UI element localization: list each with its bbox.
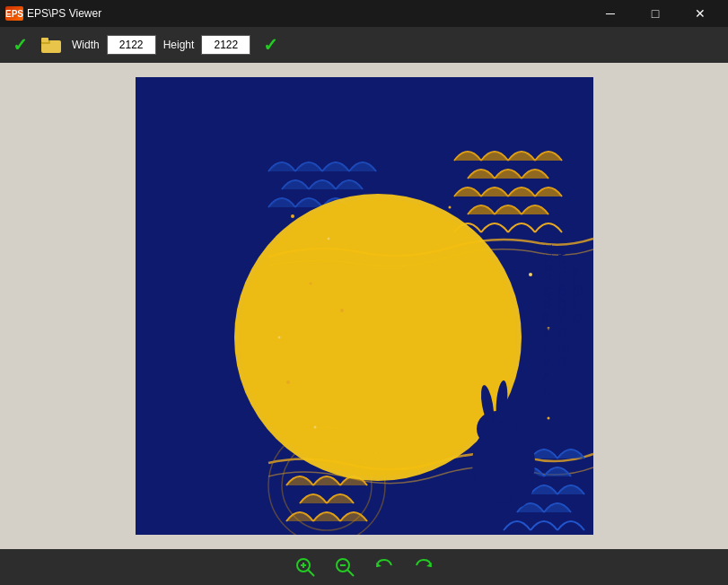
svg-text:M: M [557, 341, 569, 354]
svg-point-9 [309, 283, 311, 285]
zoom-out-icon [334, 556, 355, 578]
check-left-icon: ✓ [13, 34, 28, 56]
app-icon: EPS [7, 6, 22, 21]
height-input[interactable] [201, 35, 250, 55]
minimize-button[interactable]: ─ [590, 0, 631, 27]
height-label: Height [163, 39, 195, 51]
svg-text:F: F [542, 284, 550, 297]
check-right-button[interactable]: ✓ [258, 32, 283, 57]
svg-point-15 [448, 206, 451, 209]
svg-text:E: E [542, 298, 550, 311]
svg-point-22 [477, 411, 516, 447]
rotate-right-button[interactable] [409, 553, 438, 581]
svg-point-10 [327, 238, 329, 240]
zoom-in-button[interactable] [291, 553, 320, 581]
svg-point-8 [291, 214, 294, 218]
svg-point-12 [277, 336, 280, 339]
svg-point-11 [340, 309, 344, 312]
bottom-toolbar [0, 549, 728, 585]
open-file-button[interactable] [39, 32, 65, 57]
svg-point-14 [313, 426, 316, 429]
toolbar: ✓ Width Height ✓ [0, 27, 728, 63]
check-left-button[interactable]: ✓ [7, 32, 32, 57]
eps-icon: EPS [5, 6, 23, 21]
zoom-in-icon [294, 556, 316, 578]
svg-text:D: D [573, 312, 582, 326]
svg-text:A: A [542, 370, 552, 383]
svg-text:N: N [557, 355, 566, 369]
check-right-icon: ✓ [263, 34, 278, 56]
rotate-left-button[interactable] [370, 553, 399, 581]
svg-text:T: T [542, 327, 551, 340]
svg-point-16 [529, 273, 532, 276]
title-bar-controls: ─ □ ✕ [590, 0, 721, 27]
svg-text:M: M [573, 284, 584, 297]
maximize-button[interactable]: □ [635, 0, 676, 27]
festival-illustration: MID AUTUMN FESTIVAL M I D A U T U M N F … [136, 77, 593, 535]
image-canvas: MID AUTUMN FESTIVAL M I D A U T U M N F … [136, 77, 593, 535]
svg-line-51 [308, 570, 314, 576]
svg-text:V: V [542, 355, 551, 369]
svg-marker-56 [426, 563, 432, 567]
svg-text:U: U [557, 298, 566, 311]
svg-rect-2 [41, 38, 48, 42]
svg-text:S: S [542, 312, 549, 326]
svg-text:L: L [542, 384, 550, 397]
svg-text:A: A [557, 284, 567, 297]
width-label: Width [72, 39, 100, 51]
width-input[interactable] [107, 35, 156, 55]
title-bar-left: EPS EPS\PS Viewer [7, 6, 101, 21]
title-bar: EPS EPS\PS Viewer ─ □ ✕ [0, 0, 728, 27]
svg-text:T: T [557, 312, 566, 326]
folder-icon [41, 36, 63, 54]
close-button[interactable]: ✕ [680, 0, 721, 27]
svg-text:I: I [542, 341, 547, 354]
svg-marker-55 [376, 563, 382, 567]
svg-point-13 [286, 380, 290, 384]
rotate-right-icon [413, 556, 434, 578]
svg-text:U: U [557, 327, 566, 340]
svg-point-19 [547, 417, 549, 420]
svg-text:I: I [573, 298, 577, 311]
svg-line-54 [347, 570, 354, 576]
rotate-left-icon [373, 556, 395, 578]
main-area: MID AUTUMN FESTIVAL M I D A U T U M N F … [0, 63, 728, 549]
app-title: EPS\PS Viewer [27, 7, 101, 20]
zoom-out-button[interactable] [330, 553, 359, 581]
